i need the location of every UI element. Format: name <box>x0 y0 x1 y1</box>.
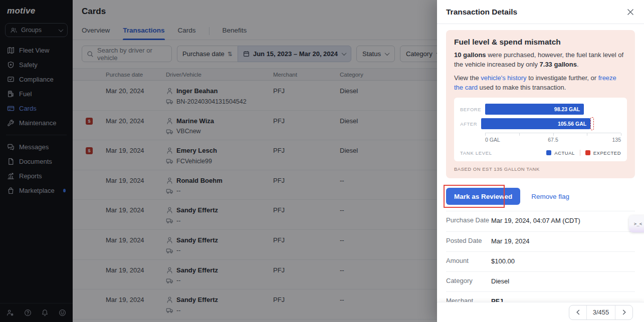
chart-bar-row-before: BEFORE98.23 GAL <box>460 104 621 115</box>
legend-label: ACTUAL <box>554 150 574 156</box>
dialog-header: Transaction Details <box>437 0 644 24</box>
axis-tick <box>553 133 554 136</box>
legend-item-actual: ACTUAL <box>546 150 574 156</box>
axis-tick-label: 0 GAL <box>485 137 500 143</box>
detail-value: Diesel <box>491 277 509 285</box>
legend-swatch <box>546 150 551 155</box>
alert-paragraph-1: 10 gallons were purchased, however, the … <box>454 51 627 70</box>
detail-row-purchase-date: Purchase DateMar 19, 2024, 04:07 AM (CDT… <box>446 211 635 231</box>
actual-bar: 98.23 GAL <box>485 104 584 115</box>
detail-label: Amount <box>446 257 491 266</box>
axis-tick <box>587 133 587 136</box>
fuel-mismatch-alert: Fuel level & spend mismatch 10 gallons w… <box>446 30 635 178</box>
legend-swatch <box>585 150 590 155</box>
previous-page-button[interactable] <box>569 305 586 319</box>
detail-row-amount: Amount$100.00 <box>446 251 635 271</box>
chart-bars: BEFORE98.23 GALAFTER105.56 GAL <box>460 104 621 129</box>
chart-caption: BASED ON EST 135 GALLON TANK <box>454 166 627 172</box>
detail-value: Mar 19, 2024 <box>491 237 530 245</box>
chart-x-axis <box>485 133 621 136</box>
chart-x-labels: 0 GAL67.5135 <box>485 137 621 144</box>
transaction-details-dialog: Transaction Details Fuel level & spend m… <box>437 0 644 322</box>
detail-value: $100.00 <box>491 257 515 265</box>
detail-label: Purchase Date <box>446 216 491 225</box>
page-indicator: 3/455 <box>586 305 615 319</box>
expected-bar-segment <box>590 117 594 130</box>
axis-tick <box>519 133 520 136</box>
legend-label: EXPECTED <box>593 150 621 156</box>
actual-bar: 105.56 GAL <box>481 118 590 129</box>
modal-dim-overlay[interactable] <box>0 0 437 322</box>
dialog-body: Fuel level & spend mismatch 10 gallons w… <box>437 24 644 302</box>
app-window: motive Groups Fleet ViewSafetyCompliance… <box>0 0 644 322</box>
dialog-title: Transaction Details <box>446 8 517 17</box>
bar-category-label: AFTER <box>460 121 481 127</box>
detail-row-category: CategoryDiesel <box>446 271 635 291</box>
legend-item-expected: EXPECTED <box>585 150 621 156</box>
close-icon[interactable] <box>627 9 634 16</box>
axis-tick <box>485 133 486 136</box>
axis-tick-label: 67.5 <box>548 137 558 143</box>
chart-bar-row-after: AFTER105.56 GAL <box>460 118 621 129</box>
chart-title: TANK LEVEL <box>460 150 492 156</box>
detail-row-posted-date: Posted DateMar 19, 2024 <box>446 231 635 251</box>
assistant-cursor-badge[interactable]: >_< <box>629 215 644 232</box>
pagination: 3/455 <box>569 305 633 320</box>
axis-tick <box>621 133 621 136</box>
detail-value: Mar 19, 2024, 04:07 AM (CDT) <box>491 217 580 224</box>
bar-value-label: 98.23 GAL <box>554 106 584 112</box>
dialog-actions: Mark as Reviewed Remove flag <box>446 184 635 208</box>
legend-separator <box>580 150 580 156</box>
chart-legend: TANK LEVEL ACTUALEXPECTED <box>460 150 621 156</box>
bar-value-label: 105.56 GAL <box>558 121 590 127</box>
detail-label: Posted Date <box>446 237 491 246</box>
alert-title: Fuel level & spend mismatch <box>454 38 627 47</box>
alert-paragraph-2: View the vehicle's history to investigat… <box>454 74 627 93</box>
vehicle-history-link[interactable]: vehicle's history <box>481 74 526 82</box>
remove-flag-link[interactable]: Remove flag <box>531 193 569 200</box>
detail-label: Category <box>446 277 491 286</box>
axis-tick-label: 135 <box>612 137 621 143</box>
tank-level-chart: BEFORE98.23 GALAFTER105.56 GAL 0 GAL67.5… <box>454 98 627 161</box>
gallons-increased: 7.33 gallons <box>540 61 577 68</box>
bar-category-label: BEFORE <box>460 107 485 112</box>
dialog-footer: 3/455 <box>437 302 644 322</box>
mark-as-reviewed-button[interactable]: Mark as Reviewed <box>446 188 520 205</box>
gallons-purchased: 10 gallons <box>454 51 486 59</box>
legend-items: ACTUALEXPECTED <box>546 150 621 156</box>
next-page-button[interactable] <box>615 305 632 319</box>
